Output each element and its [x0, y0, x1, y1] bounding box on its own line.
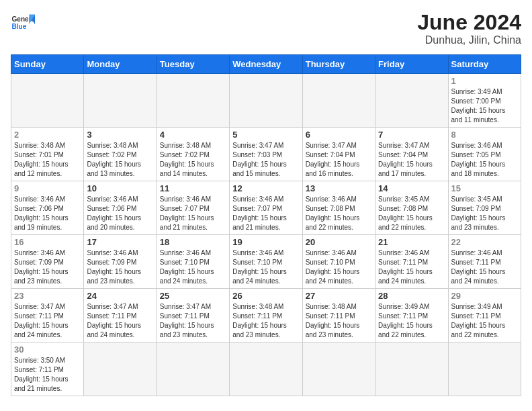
day-number: 17 [87, 237, 153, 247]
table-row [84, 74, 157, 128]
header-wednesday: Wednesday [230, 55, 302, 74]
day-info: Sunrise: 3:48 AM Sunset: 7:11 PM Dayligh… [306, 302, 372, 340]
title-area: June 2024 Dunhua, Jilin, China [417, 11, 521, 46]
table-row: 18Sunrise: 3:46 AM Sunset: 7:10 PM Dayli… [157, 235, 229, 289]
table-row: 13Sunrise: 3:46 AM Sunset: 7:08 PM Dayli… [302, 181, 375, 235]
header-sunday: Sunday [11, 55, 84, 74]
day-info: Sunrise: 3:46 AM Sunset: 7:11 PM Dayligh… [451, 248, 518, 286]
day-info: Sunrise: 3:49 AM Sunset: 7:11 PM Dayligh… [378, 302, 445, 340]
table-row: 14Sunrise: 3:45 AM Sunset: 7:08 PM Dayli… [375, 181, 448, 235]
day-info: Sunrise: 3:46 AM Sunset: 7:09 PM Dayligh… [14, 248, 81, 286]
calendar-table: Sunday Monday Tuesday Wednesday Thursday… [11, 54, 521, 396]
day-info: Sunrise: 3:45 AM Sunset: 7:09 PM Dayligh… [451, 195, 518, 232]
day-info: Sunrise: 3:47 AM Sunset: 7:11 PM Dayligh… [160, 302, 226, 340]
table-row: 27Sunrise: 3:48 AM Sunset: 7:11 PM Dayli… [302, 289, 375, 342]
day-info: Sunrise: 3:46 AM Sunset: 7:10 PM Dayligh… [160, 248, 226, 286]
day-info: Sunrise: 3:46 AM Sunset: 7:07 PM Dayligh… [232, 195, 299, 232]
day-number: 12 [232, 183, 299, 193]
day-number: 23 [14, 291, 81, 301]
table-row: 30Sunrise: 3:50 AM Sunset: 7:11 PM Dayli… [11, 342, 84, 396]
day-info: Sunrise: 3:46 AM Sunset: 7:10 PM Dayligh… [232, 248, 299, 286]
day-number: 27 [306, 291, 372, 301]
day-number: 24 [87, 291, 153, 301]
day-info: Sunrise: 3:49 AM Sunset: 7:00 PM Dayligh… [451, 87, 518, 125]
day-number: 19 [232, 237, 299, 247]
day-info: Sunrise: 3:46 AM Sunset: 7:07 PM Dayligh… [160, 195, 226, 232]
day-info: Sunrise: 3:46 AM Sunset: 7:05 PM Dayligh… [451, 141, 518, 179]
day-number: 8 [451, 130, 518, 140]
day-number: 3 [87, 130, 153, 140]
day-info: Sunrise: 3:46 AM Sunset: 7:06 PM Dayligh… [14, 195, 81, 232]
day-info: Sunrise: 3:47 AM Sunset: 7:03 PM Dayligh… [232, 141, 299, 179]
day-info: Sunrise: 3:48 AM Sunset: 7:02 PM Dayligh… [160, 141, 226, 179]
day-info: Sunrise: 3:46 AM Sunset: 7:06 PM Dayligh… [87, 195, 153, 232]
table-row [230, 74, 302, 128]
day-number: 15 [451, 183, 518, 193]
header-monday: Monday [84, 55, 157, 74]
day-info: Sunrise: 3:46 AM Sunset: 7:09 PM Dayligh… [87, 248, 153, 286]
day-info: Sunrise: 3:47 AM Sunset: 7:04 PM Dayligh… [306, 141, 372, 179]
calendar-week-row: 30Sunrise: 3:50 AM Sunset: 7:11 PM Dayli… [11, 342, 521, 396]
table-row: 20Sunrise: 3:46 AM Sunset: 7:10 PM Dayli… [302, 235, 375, 289]
day-info: Sunrise: 3:48 AM Sunset: 7:11 PM Dayligh… [232, 302, 299, 340]
day-number: 2 [14, 130, 81, 140]
table-row: 28Sunrise: 3:49 AM Sunset: 7:11 PM Dayli… [375, 289, 448, 342]
table-row: 19Sunrise: 3:46 AM Sunset: 7:10 PM Dayli… [230, 235, 302, 289]
day-number: 4 [160, 130, 226, 140]
table-row [302, 342, 375, 396]
day-number: 18 [160, 237, 226, 247]
table-row [157, 342, 229, 396]
header-friday: Friday [375, 55, 448, 74]
day-info: Sunrise: 3:46 AM Sunset: 7:10 PM Dayligh… [306, 248, 372, 286]
table-row: 21Sunrise: 3:46 AM Sunset: 7:11 PM Dayli… [375, 235, 448, 289]
table-row: 25Sunrise: 3:47 AM Sunset: 7:11 PM Dayli… [157, 289, 229, 342]
day-number: 22 [451, 237, 518, 247]
calendar-subtitle: Dunhua, Jilin, China [417, 34, 521, 46]
table-row: 3Sunrise: 3:48 AM Sunset: 7:02 PM Daylig… [84, 128, 157, 181]
table-row: 24Sunrise: 3:47 AM Sunset: 7:11 PM Dayli… [84, 289, 157, 342]
table-row: 15Sunrise: 3:45 AM Sunset: 7:09 PM Dayli… [448, 181, 521, 235]
table-row: 16Sunrise: 3:46 AM Sunset: 7:09 PM Dayli… [11, 235, 84, 289]
page-header: General Blue June 2024 Dunhua, Jilin, Ch… [11, 11, 521, 46]
day-number: 6 [306, 130, 372, 140]
weekday-header-row: Sunday Monday Tuesday Wednesday Thursday… [11, 55, 521, 74]
day-info: Sunrise: 3:50 AM Sunset: 7:11 PM Dayligh… [14, 356, 81, 394]
table-row [84, 342, 157, 396]
day-number: 29 [451, 291, 518, 301]
table-row: 1Sunrise: 3:49 AM Sunset: 7:00 PM Daylig… [448, 74, 521, 128]
day-number: 1 [451, 76, 518, 86]
calendar-week-row: 23Sunrise: 3:47 AM Sunset: 7:11 PM Dayli… [11, 289, 521, 342]
day-number: 20 [306, 237, 372, 247]
table-row: 17Sunrise: 3:46 AM Sunset: 7:09 PM Dayli… [84, 235, 157, 289]
table-row: 6Sunrise: 3:47 AM Sunset: 7:04 PM Daylig… [302, 128, 375, 181]
day-number: 25 [160, 291, 226, 301]
day-info: Sunrise: 3:48 AM Sunset: 7:02 PM Dayligh… [87, 141, 153, 179]
table-row [11, 74, 84, 128]
table-row: 7Sunrise: 3:47 AM Sunset: 7:04 PM Daylig… [375, 128, 448, 181]
day-info: Sunrise: 3:47 AM Sunset: 7:04 PM Dayligh… [378, 141, 445, 179]
table-row: 12Sunrise: 3:46 AM Sunset: 7:07 PM Dayli… [230, 181, 302, 235]
table-row: 8Sunrise: 3:46 AM Sunset: 7:05 PM Daylig… [448, 128, 521, 181]
day-number: 5 [232, 130, 299, 140]
header-thursday: Thursday [302, 55, 375, 74]
day-number: 26 [232, 291, 299, 301]
day-info: Sunrise: 3:47 AM Sunset: 7:11 PM Dayligh… [14, 302, 81, 340]
svg-text:Blue: Blue [11, 23, 26, 30]
day-number: 14 [378, 183, 445, 193]
day-info: Sunrise: 3:46 AM Sunset: 7:08 PM Dayligh… [306, 195, 372, 232]
table-row [375, 342, 448, 396]
table-row: 11Sunrise: 3:46 AM Sunset: 7:07 PM Dayli… [157, 181, 229, 235]
day-number: 10 [87, 183, 153, 193]
table-row: 5Sunrise: 3:47 AM Sunset: 7:03 PM Daylig… [230, 128, 302, 181]
day-number: 7 [378, 130, 445, 140]
table-row: 29Sunrise: 3:49 AM Sunset: 7:11 PM Dayli… [448, 289, 521, 342]
calendar-week-row: 9Sunrise: 3:46 AM Sunset: 7:06 PM Daylig… [11, 181, 521, 235]
logo: General Blue [11, 11, 35, 35]
table-row [230, 342, 302, 396]
table-row [375, 74, 448, 128]
day-number: 13 [306, 183, 372, 193]
table-row: 10Sunrise: 3:46 AM Sunset: 7:06 PM Dayli… [84, 181, 157, 235]
day-number: 11 [160, 183, 226, 193]
day-number: 21 [378, 237, 445, 247]
table-row: 26Sunrise: 3:48 AM Sunset: 7:11 PM Dayli… [230, 289, 302, 342]
